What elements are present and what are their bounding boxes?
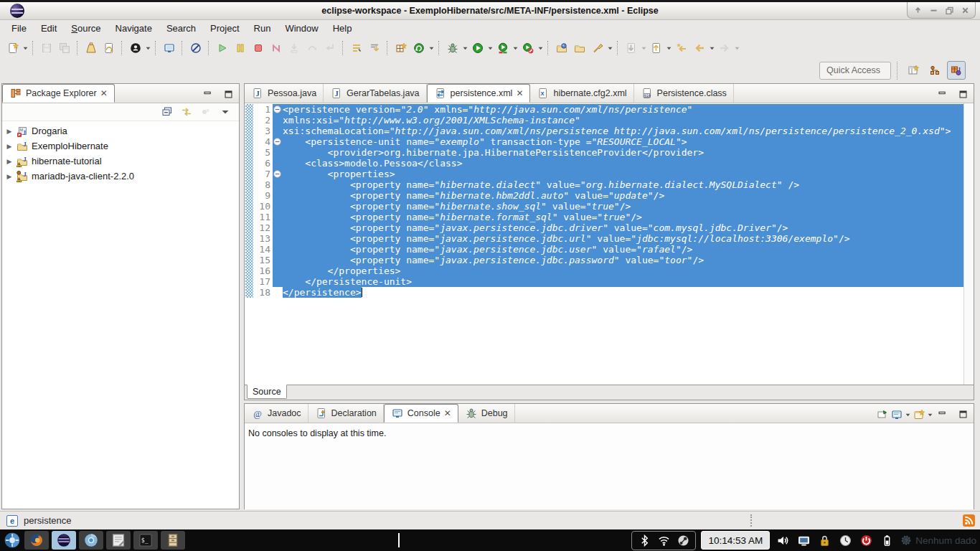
run-button[interactable] (469, 39, 486, 57)
run-dropdown[interactable] (487, 39, 494, 57)
taskbar-app-eclipse[interactable] (52, 531, 76, 550)
bluetooth-icon[interactable] (638, 534, 651, 547)
maximize-view-icon[interactable] (956, 408, 969, 420)
battery-indicator[interactable] (879, 532, 895, 548)
tab-source[interactable]: Source (247, 385, 287, 399)
editor-tab-persistence.class[interactable]: 010Persistence.class (634, 84, 734, 103)
expand-arrow-icon[interactable]: ▶ (6, 128, 13, 135)
maximize-view-icon[interactable] (222, 88, 235, 100)
last-edit-location-button[interactable] (673, 39, 690, 57)
debug-dropdown[interactable] (462, 39, 468, 57)
taskbar-app-text-editor[interactable] (106, 531, 131, 550)
display-selected-console-dropdown[interactable] (905, 406, 911, 423)
minimize-window-icon[interactable] (928, 4, 939, 16)
new-wizard-button[interactable] (4, 39, 22, 57)
restore-window-icon[interactable] (943, 4, 955, 16)
fold-minus-icon[interactable]: − (273, 105, 281, 113)
view-tab-declaration[interactable]: Declaration (308, 404, 384, 423)
taskbar-app-file-manager[interactable] (161, 531, 185, 550)
previous-annotation-button[interactable] (648, 39, 665, 57)
terminate-button[interactable] (250, 39, 267, 57)
back-dropdown[interactable] (709, 39, 715, 57)
status-drag-handle[interactable] (750, 514, 752, 527)
shade-window-icon[interactable] (912, 4, 923, 16)
open-console-button[interactable] (913, 408, 925, 421)
tab-package-explorer[interactable]: Package Explorer ✕ (2, 84, 115, 103)
weather-widget[interactable]: ? Nenhum dado (900, 534, 976, 547)
tree-item-hibernate-tutorial[interactable]: ▶Jhibernate-tutorial (2, 154, 239, 169)
menu-navigate[interactable]: Navigate (108, 21, 159, 37)
next-annotation-dropdown[interactable] (641, 39, 647, 57)
display-selected-console-button[interactable] (890, 408, 903, 421)
tree-item-mariadb-java-client-2.2.0[interactable]: ▶Jmariadb-java-client-2.2.0 (2, 169, 239, 184)
wifi-icon[interactable] (657, 534, 670, 547)
volume-indicator[interactable] (775, 532, 791, 548)
close-icon[interactable]: ✕ (444, 408, 451, 418)
minimize-view-icon[interactable] (936, 88, 948, 100)
close-icon[interactable]: ✕ (516, 88, 523, 98)
close-icon[interactable]: ✕ (100, 88, 108, 98)
taskbar-clock[interactable]: 10:14:53 AM (701, 531, 770, 550)
open-console-view-button[interactable] (161, 39, 178, 57)
back-button[interactable] (691, 39, 708, 57)
overview-ruler[interactable] (963, 103, 974, 385)
editor-tab-gerartabelas.java[interactable]: JGerarTabelas.java (324, 84, 426, 103)
user-account-dropdown[interactable] (145, 39, 151, 57)
editor-tab-persistence.xml[interactable]: persistence.xml✕ (427, 84, 531, 103)
format-brush-dropdown[interactable] (607, 39, 613, 57)
menu-help[interactable]: Help (326, 21, 359, 37)
debug-button[interactable] (444, 39, 461, 57)
quick-access-input[interactable]: Quick Access (819, 62, 891, 80)
forward-dropdown[interactable] (734, 39, 740, 57)
javaee-perspective-button[interactable] (925, 61, 944, 80)
show-instructions-button[interactable] (348, 39, 365, 57)
expand-arrow-icon[interactable]: ▶ (6, 158, 13, 165)
fold-minus-icon[interactable]: − (273, 138, 281, 146)
previous-annotation-dropdown[interactable] (666, 39, 672, 57)
open-type-button[interactable] (553, 39, 570, 57)
resume-button[interactable] (214, 39, 231, 57)
smart-insert-button[interactable] (187, 39, 204, 57)
minimize-view-icon[interactable] (936, 408, 948, 420)
format-brush-button[interactable] (589, 39, 606, 57)
power-indicator[interactable] (858, 532, 874, 548)
app-launcher-button[interactable] (1, 530, 23, 550)
lock-indicator[interactable] (816, 532, 832, 548)
steam-icon[interactable] (677, 534, 689, 547)
disconnect-button[interactable] (268, 39, 285, 57)
rss-icon[interactable] (963, 514, 975, 527)
menu-edit[interactable]: Edit (34, 21, 64, 37)
view-menu-button[interactable] (219, 105, 232, 118)
update-project-dropdown[interactable] (428, 39, 435, 57)
suspend-button[interactable] (232, 39, 249, 57)
coverage-button[interactable] (494, 39, 512, 57)
tree-item-drogaria[interactable]: ▶MJDrogaria (2, 123, 239, 138)
menu-source[interactable]: Source (64, 21, 108, 37)
open-console-dropdown[interactable] (927, 406, 933, 423)
menu-search[interactable]: Search (159, 21, 203, 37)
use-step-filters-button[interactable] (366, 39, 383, 57)
profile-dropdown[interactable] (537, 39, 544, 57)
pin-console-button[interactable] (876, 408, 889, 421)
collapse-all-button[interactable] (161, 105, 174, 118)
taskbar-app-chromium[interactable] (79, 531, 103, 550)
user-account-button[interactable] (127, 39, 144, 57)
view-tab-console[interactable]: Console✕ (384, 404, 458, 423)
profile-button[interactable] (519, 39, 537, 57)
menu-run[interactable]: Run (247, 21, 278, 37)
menu-file[interactable]: File (4, 21, 34, 37)
ant-build-button[interactable] (83, 39, 100, 57)
link-with-editor-button[interactable] (180, 105, 193, 118)
display-indicator[interactable] (796, 532, 811, 548)
coverage-dropdown[interactable] (512, 39, 519, 57)
taskbar-app-firefox[interactable] (24, 531, 49, 550)
focus-button[interactable] (199, 105, 212, 118)
open-resource-button[interactable] (571, 39, 588, 57)
clock-indicator[interactable] (837, 532, 853, 548)
minimize-view-icon[interactable] (201, 88, 214, 100)
refresh-build-button[interactable] (100, 39, 118, 57)
view-tab-javadoc[interactable]: @Javadoc (245, 404, 308, 423)
taskbar-app-terminal[interactable]: $_ (133, 531, 158, 550)
expand-arrow-icon[interactable]: ▶ (6, 173, 13, 180)
expand-arrow-icon[interactable]: ▶ (6, 143, 13, 150)
